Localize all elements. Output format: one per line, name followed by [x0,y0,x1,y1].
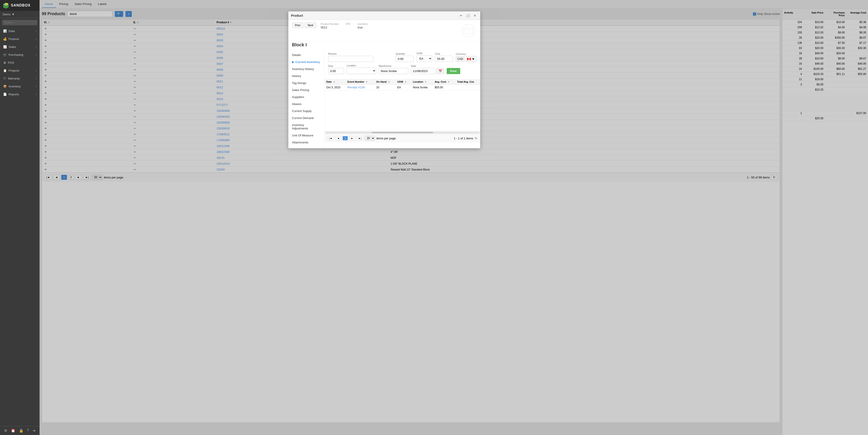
logo-text: SANDBOX [11,3,31,7]
sidebar-item-label: Finance [8,37,19,41]
date-label: Date [411,65,444,67]
help-icon[interactable]: ? [27,429,29,433]
filter-icon[interactable]: ▼ [404,80,407,83]
modal-prev-page[interactable]: ◄ [335,136,341,140]
location-select[interactable] [347,68,376,74]
modal-nav-attachments[interactable]: Attachments [288,139,324,146]
settings-icon[interactable]: ⚙ [4,429,7,433]
sidebar-item-finance[interactable]: 💰Finance › [0,35,39,43]
finance-icon: 💰 [3,37,7,41]
modal-next-page[interactable]: ► [349,136,355,140]
chevron-right-icon: › [36,93,36,96]
filter-icon[interactable]: ▼ [333,80,335,83]
location-label: Location [347,64,376,67]
sidebar-item-label: Reports [8,93,19,96]
sidebar-item-data[interactable]: 📊Data › [0,27,39,35]
modal-title: Product [291,14,303,18]
sidebar-item-warranty[interactable]: 🛡Warranty › [0,74,39,82]
cell-total-avg-cost [455,85,480,90]
modal-nav-unit-of-measure[interactable]: Unit Of Measure [288,132,324,139]
calendar-button[interactable]: 📅 [437,68,444,74]
cost-input[interactable] [435,56,453,62]
modal-per-page-select[interactable]: 20 [365,136,375,141]
edit-button[interactable]: ✏ [459,13,464,18]
col-date: Date ▼ [324,79,346,85]
warranty-icon: 🛡 [3,77,6,80]
chevron-right-icon: › [36,54,36,56]
sidebar-item-label: POS [8,61,14,64]
sidebar-item-pos[interactable]: 🖥POS [0,59,39,67]
chevron-right-icon: › [36,30,36,32]
filter-icon[interactable]: ▼ [425,80,427,83]
purchasing-icon: 🛒 [3,53,7,57]
modal-refresh-button[interactable]: ↻ [475,136,477,140]
inv-table-header-row: Date ▼ Event Number ▼ On Hand ▼ UOM ▼ Lo… [324,79,480,85]
filter-icon[interactable]: ▼ [447,80,450,83]
prev-button[interactable]: Prev [292,23,304,28]
col-location: Location ▼ [411,79,433,85]
modal-nav-current-demand[interactable]: Current Demand [288,114,324,122]
next-button[interactable]: Next [305,23,316,28]
modal-nav-details[interactable]: Details [288,52,324,59]
cell-on-hand: 10 [374,85,395,90]
col-total-avg-cost: Total Avg. Cos [455,79,480,85]
pos-icon: 🖥 [3,61,6,64]
modal-nav-inventory-adjustments[interactable]: Inventory Adjustments [288,122,324,132]
close-button[interactable]: ✕ [472,13,477,18]
demo-selector[interactable]: Demo ▼ [0,11,39,18]
sidebar-item-projects[interactable]: 📋Projects › [0,67,39,74]
inventory-value: true [358,26,368,29]
modal-nav-aliases[interactable]: Aliases [288,101,324,107]
sidebar-item-inventory[interactable]: 📦Inventory › [0,82,39,90]
lock-icon[interactable]: 🔒 [19,429,24,433]
inventory-label: inventory [358,23,368,25]
modal-nav-inventory-history[interactable]: Inventory History [288,66,324,72]
modal-nav-tag-alongs[interactable]: Tag Alongs [288,79,324,87]
sidebar-item-purchasing[interactable]: 🛒Purchasing › [0,51,39,59]
quantity-input[interactable] [396,56,414,62]
warehouse-field: Warehouse [379,65,408,74]
demo-label: Demo [3,13,11,16]
horizontal-scroll[interactable] [324,131,480,134]
flag-dropdown[interactable]: 🇨🇦 ▼ [466,56,476,62]
logout-icon[interactable]: ➜ [33,429,35,433]
sidebar-search-input[interactable] [2,20,37,25]
modal-nav-current-supply[interactable]: Current Supply [288,107,324,114]
expand-button[interactable]: ⬜ [465,13,471,18]
modal-page-1[interactable]: 1 [343,136,348,140]
modal-nav-history[interactable]: History [288,72,324,79]
chevron-right-icon: › [36,77,36,80]
date-input[interactable] [411,68,436,74]
duty-input[interactable] [328,68,344,74]
reason-label: Reason [328,53,393,55]
clock-icon[interactable]: ⏰ [11,429,16,433]
form-row-2: Duty Location Warehouse [328,64,476,74]
modal-nav-current-inventory[interactable]: ▶Current Inventory [288,59,324,66]
col-on-hand: On Hand ▼ [374,79,395,85]
data-icon: 📊 [3,29,7,33]
filter-icon[interactable]: ▼ [366,80,368,83]
sidebar-item-label: Data [8,29,15,33]
receipt-link[interactable]: Receipt #139 [347,86,365,89]
warehouse-label: Warehouse [379,65,408,67]
modal-per-page-label: items per page [376,137,396,140]
modal-last-page[interactable]: ►| [356,136,363,140]
upc-field: UPC [346,23,351,29]
product-name: Block I [292,42,307,47]
modal-nav-suppliers[interactable]: Suppliers [288,94,324,101]
modal-nav-sales-pricing[interactable]: Sales Pricing [288,87,324,94]
sidebar-item-sales[interactable]: 📈Sales › [0,43,39,51]
filter-icon[interactable]: ▼ [388,80,390,83]
uom-select[interactable]: EA [416,55,432,62]
modal-first-page[interactable]: |◄ [327,136,334,140]
modal-body: Details ▶Current Inventory Inventory His… [288,49,480,148]
sandbox-logo-icon [3,2,9,8]
sidebar-item-reports[interactable]: 📄Reports › [0,90,39,98]
reason-input[interactable] [328,56,373,62]
duty-field: Duty [328,65,344,74]
product-nav-buttons: Prev Next [292,23,316,28]
post-button[interactable]: Post [447,68,460,74]
cost-field: Cost [435,53,453,62]
col-event-number: Event Number ▼ [346,79,374,85]
warehouse-input[interactable] [379,68,408,74]
